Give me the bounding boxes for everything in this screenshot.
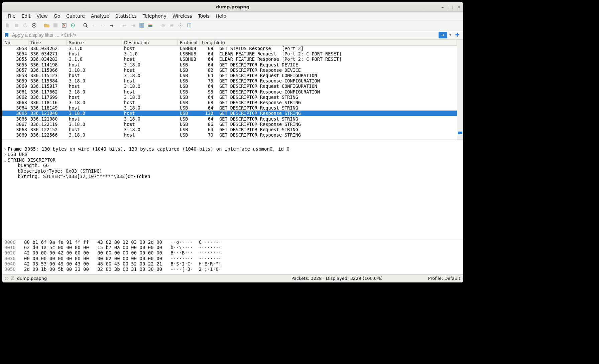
stop-capture-icon[interactable] xyxy=(13,22,20,29)
status-profile[interactable]: Profile: Default xyxy=(428,276,460,281)
svg-rect-7 xyxy=(148,24,152,24)
titlebar: dump.pcapng – □ ✕ xyxy=(2,2,463,12)
open-file-icon[interactable] xyxy=(43,22,50,29)
packet-row[interactable]: 3068336.122152host3.18.0USB64 GET DESCRI… xyxy=(2,127,457,132)
zoom-reset-icon[interactable]: ⦿ xyxy=(177,22,184,29)
col-header-info[interactable]: Info xyxy=(215,40,457,45)
display-filter-input[interactable] xyxy=(11,32,437,38)
packet-row[interactable]: 3063336.1181163.18.0hostUSB68 GET DESCRI… xyxy=(2,100,457,105)
col-header-no[interactable]: No. xyxy=(2,40,28,45)
packet-row[interactable]: 3053336.0342623.1.0hostUSBHUB68 GET_STAT… xyxy=(2,46,457,51)
filter-history-dropdown[interactable]: ▾ xyxy=(449,33,452,37)
status-packets: Packets: 3228 · Displayed: 3228 (100.0%) xyxy=(291,276,383,281)
packet-row[interactable]: 3057336.1150663.18.0hostUSB82 GET DESCRI… xyxy=(2,67,457,73)
packet-list-body[interactable]: 3053336.0342623.1.0hostUSBHUB68 GET_STAT… xyxy=(2,46,457,140)
menu-tools[interactable]: Tools xyxy=(196,12,213,20)
detail-bdescriptortype[interactable]: bDescriptorType: 0x03 (STRING) xyxy=(18,168,102,174)
packet-row[interactable]: 3067336.1221193.18.0hostUSB86 GET DESCRI… xyxy=(2,122,457,127)
menubar: File Edit View Go Capture Analyze Statis… xyxy=(2,12,463,20)
auto-scroll-icon[interactable] xyxy=(138,22,145,29)
menu-view[interactable]: View xyxy=(34,12,50,20)
packet-row[interactable]: 3065336.1210403.18.0hostUSB130 GET DESCR… xyxy=(2,111,457,116)
packet-list-header[interactable]: No. Time Source Destination Protocol Len… xyxy=(2,40,457,46)
menu-go[interactable]: Go xyxy=(51,12,63,20)
detail-blength[interactable]: bLength: 66 xyxy=(18,163,49,168)
menu-telephony[interactable]: Telephony xyxy=(140,12,169,20)
menu-file[interactable]: File xyxy=(5,12,18,20)
apply-filter-button[interactable]: ➜ xyxy=(439,32,447,38)
menu-help[interactable]: Help xyxy=(213,12,229,20)
packet-list-scrollbar[interactable] xyxy=(457,40,463,140)
packet-row[interactable]: 3069336.1225663.18.0hostUSB70 GET DESCRI… xyxy=(2,132,457,138)
svg-rect-8 xyxy=(148,25,152,26)
col-header-source[interactable]: Source xyxy=(67,40,122,45)
detail-usb-urb[interactable]: USB URB xyxy=(8,152,27,157)
zoom-in-icon[interactable]: ⊕ xyxy=(159,22,167,29)
packet-row[interactable]: 3054336.034271host3.1.0USBHUB64 CLEAR_FE… xyxy=(2,51,457,56)
packet-bytes-pane[interactable]: 0000 80 b1 6f 9a fe 91 ff ff 43 02 80 12… xyxy=(2,238,463,274)
detail-bstring[interactable]: bString: SICHER™-\033[32;107m*****\033[0… xyxy=(18,174,150,179)
col-header-length[interactable]: Length xyxy=(200,40,215,45)
svg-rect-0 xyxy=(15,24,18,27)
packet-row[interactable]: 3059336.1158843.18.0hostUSB73 GET DESCRI… xyxy=(2,78,457,83)
col-header-protocol[interactable]: Protocol xyxy=(178,40,200,45)
svg-point-5 xyxy=(84,23,87,26)
add-filter-button[interactable]: ✚ xyxy=(454,32,461,38)
expert-info-icon[interactable] xyxy=(5,277,8,280)
start-capture-icon[interactable] xyxy=(4,22,12,29)
packet-row[interactable]: 3058336.115123host3.18.0USB64 GET DESCRI… xyxy=(2,73,457,78)
colorize-icon[interactable] xyxy=(147,22,154,29)
menu-wireless[interactable]: Wireless xyxy=(170,12,195,20)
go-to-packet-icon[interactable]: ➜ xyxy=(108,22,115,29)
capture-file-properties-icon[interactable]: ℤ xyxy=(11,276,14,281)
go-last-icon[interactable]: ⇥ xyxy=(129,22,137,29)
minimize-button[interactable]: – xyxy=(440,4,445,10)
window-title: dump.pcapng xyxy=(216,4,249,9)
close-file-icon[interactable] xyxy=(61,22,68,29)
scrollbar-thumb[interactable] xyxy=(458,132,462,134)
maximize-button[interactable]: □ xyxy=(448,4,453,10)
menu-capture[interactable]: Capture xyxy=(64,12,88,20)
save-file-icon[interactable] xyxy=(52,22,59,29)
reload-file-icon[interactable] xyxy=(69,22,77,29)
statusbar: ℤ dump.pcapng Packets: 3228 · Displayed:… xyxy=(2,274,463,282)
go-back-icon[interactable]: ⥢ xyxy=(91,22,98,29)
app-window: dump.pcapng – □ ✕ File Edit View Go Capt… xyxy=(2,2,463,283)
packet-row[interactable]: 3060336.115917host3.18.0USB64 GET DESCRI… xyxy=(2,83,457,89)
status-file: dump.pcapng xyxy=(17,276,47,281)
go-forward-icon[interactable]: ⥤ xyxy=(99,22,107,29)
zoom-out-icon[interactable]: ⊖ xyxy=(168,22,175,29)
packet-row[interactable]: 3062336.117699host3.18.0USB64 GET DESCRI… xyxy=(2,95,457,100)
resize-columns-icon[interactable] xyxy=(186,22,193,29)
packet-row[interactable]: 3055336.0342833.1.0hostUSBHUB64 CLEAR_FE… xyxy=(2,56,457,62)
col-header-destination[interactable]: Destination xyxy=(122,40,178,45)
menu-analyze[interactable]: Analyze xyxy=(88,12,112,20)
go-first-icon[interactable]: ⇤ xyxy=(121,22,128,29)
col-header-time[interactable]: Time xyxy=(28,40,67,45)
packet-details-pane[interactable]: ›Frame 3065: 130 bytes on wire (1040 bit… xyxy=(2,140,463,238)
packet-row[interactable]: 3061336.1176623.18.0hostUSB98 GET DESCRI… xyxy=(2,89,457,95)
restart-capture-icon[interactable] xyxy=(22,22,29,29)
packet-row[interactable]: 3066336.121080host3.18.0USB64 GET DESCRI… xyxy=(2,116,457,121)
svg-rect-9 xyxy=(148,26,152,27)
find-packet-icon[interactable] xyxy=(82,22,89,29)
svg-rect-3 xyxy=(53,23,57,27)
capture-options-icon[interactable] xyxy=(30,22,38,29)
menu-statistics[interactable]: Statistics xyxy=(113,12,139,20)
packet-list-pane: No. Time Source Destination Protocol Len… xyxy=(2,40,463,140)
bookmark-icon[interactable] xyxy=(4,32,9,38)
svg-point-2 xyxy=(33,24,35,26)
menu-edit[interactable]: Edit xyxy=(19,12,33,20)
packet-row[interactable]: 3056336.114198host3.18.0USB64 GET DESCRI… xyxy=(2,62,457,67)
toolbar: ⥢ ⥤ ➜ ⇤ ⇥ ⊕ ⊖ ⦿ xyxy=(2,20,463,30)
close-button[interactable]: ✕ xyxy=(456,4,461,10)
packet-row[interactable]: 3064336.118149host3.18.0USB64 GET DESCRI… xyxy=(2,105,457,111)
detail-frame[interactable]: Frame 3065: 130 bytes on wire (1040 bits… xyxy=(8,146,289,152)
detail-string-descriptor[interactable]: STRING DESCRIPTOR xyxy=(8,157,55,163)
display-filter-bar: ➜ ▾ ✚ xyxy=(2,30,463,40)
